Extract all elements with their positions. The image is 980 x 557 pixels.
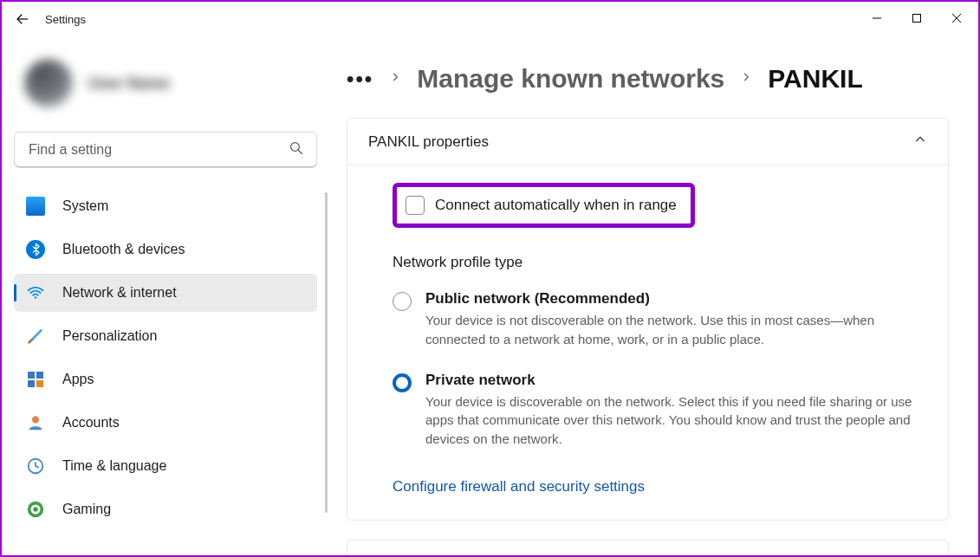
svg-line-6 (298, 150, 302, 154)
search-icon (289, 140, 304, 159)
search-input[interactable] (27, 141, 289, 159)
user-header[interactable]: User Name (14, 52, 317, 128)
avatar (24, 59, 73, 107)
breadcrumb-overflow[interactable]: ••• (347, 67, 373, 91)
radio-private-title: Private network (425, 372, 919, 389)
breadcrumb-current: PANKIL (768, 64, 862, 94)
accounts-icon (26, 413, 45, 432)
chevron-right-icon (389, 71, 401, 87)
system-icon (26, 197, 45, 216)
sidebar-item-label: Personalization (62, 328, 157, 344)
auto-connect-checkbox[interactable] (406, 196, 425, 215)
wifi-icon (26, 283, 45, 302)
auto-connect-label: Connect automatically when in range (435, 197, 677, 214)
main-content: ••• Manage known networks PANKIL PANKIL … (329, 36, 978, 555)
radio-public-input[interactable] (393, 292, 412, 311)
sidebar: User Name System Blu (2, 36, 329, 555)
sidebar-item-personalization[interactable]: Personalization (14, 317, 317, 355)
chevron-right-icon (740, 71, 752, 87)
minimize-button[interactable] (857, 3, 897, 33)
sidebar-item-gaming[interactable]: Gaming (14, 490, 317, 528)
svg-rect-8 (28, 372, 35, 379)
radio-public-title: Public network (Recommended) (425, 290, 919, 308)
back-button[interactable] (5, 2, 40, 36)
breadcrumb: ••• Manage known networks PANKIL (347, 52, 949, 106)
svg-point-16 (33, 507, 38, 512)
radio-private[interactable]: Private network Your device is discovera… (393, 372, 924, 449)
radio-public[interactable]: Public network (Recommended) Your device… (393, 290, 924, 349)
profile-heading: Network profile type (393, 254, 924, 271)
panel-title: PANKIL properties (368, 133, 489, 151)
firewall-link[interactable]: Configure firewall and security settings (393, 478, 645, 495)
brush-icon (26, 327, 45, 346)
panel-header[interactable]: PANKIL properties (347, 119, 948, 165)
svg-rect-9 (36, 372, 43, 379)
nav-list: System Bluetooth & devices Network & int… (14, 187, 317, 528)
sidebar-item-label: System (62, 198, 108, 214)
sidebar-item-apps[interactable]: Apps (14, 360, 317, 398)
svg-point-5 (291, 143, 300, 152)
sidebar-item-system[interactable]: System (14, 187, 317, 225)
breadcrumb-prev[interactable]: Manage known networks (417, 64, 724, 94)
radio-public-desc: Your device is not discoverable on the n… (425, 311, 919, 349)
radio-private-desc: Your device is discoverable on the netwo… (425, 392, 919, 449)
sidebar-item-label: Apps (62, 372, 94, 387)
svg-rect-10 (28, 380, 35, 387)
auto-connect-row[interactable]: Connect automatically when in range (393, 183, 695, 228)
sidebar-item-label: Bluetooth & devices (62, 242, 185, 257)
properties-panel: PANKIL properties Connect automatically … (347, 118, 949, 521)
window-title: Settings (45, 13, 86, 26)
svg-point-7 (35, 296, 36, 298)
user-name: User Name (88, 74, 170, 93)
search-box[interactable] (14, 132, 317, 168)
sidebar-item-accounts[interactable]: Accounts (14, 404, 317, 442)
nav-scrollbar[interactable] (325, 192, 328, 513)
svg-point-12 (32, 416, 39, 423)
clock-icon (26, 457, 45, 476)
panel-body: Connect automatically when in range Netw… (347, 165, 948, 520)
sidebar-item-label: Network & internet (62, 285, 177, 301)
radio-private-input[interactable] (393, 373, 412, 392)
gaming-icon (26, 500, 45, 519)
bluetooth-icon (26, 240, 45, 259)
apps-icon (26, 370, 45, 389)
titlebar: Settings (2, 2, 978, 36)
sidebar-item-label: Time & language (62, 458, 166, 474)
metered-panel[interactable]: Metered connection (347, 540, 949, 555)
sidebar-item-label: Gaming (62, 502, 111, 517)
window-controls (857, 3, 977, 33)
metered-title: Metered connection (368, 554, 497, 555)
close-button[interactable] (937, 3, 977, 33)
sidebar-item-label: Accounts (62, 415, 120, 431)
sidebar-item-network[interactable]: Network & internet (14, 274, 317, 312)
chevron-up-icon (913, 133, 927, 151)
sidebar-item-bluetooth[interactable]: Bluetooth & devices (14, 230, 317, 269)
svg-rect-11 (36, 380, 43, 387)
maximize-button[interactable] (897, 3, 937, 33)
svg-rect-1 (913, 15, 921, 23)
sidebar-item-time[interactable]: Time & language (14, 447, 317, 485)
